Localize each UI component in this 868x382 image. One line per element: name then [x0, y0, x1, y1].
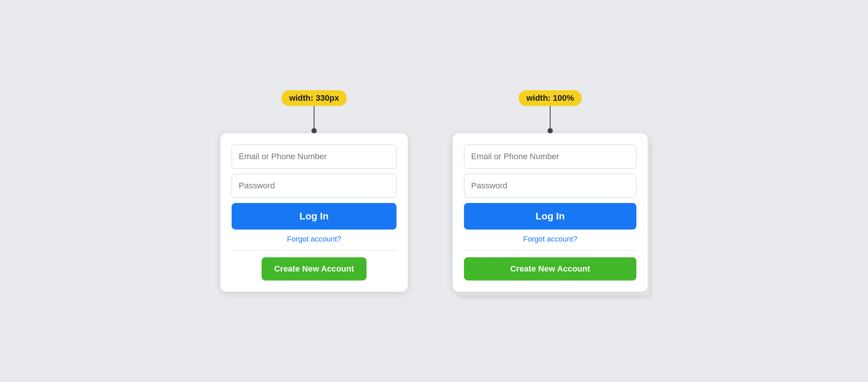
left-connector-dot [311, 128, 317, 133]
right-forgot-link[interactable]: Forgot account? [464, 235, 636, 243]
right-login-button[interactable]: Log In [464, 203, 636, 230]
right-demo: width: 100% Log In Forgot account? Creat… [453, 90, 648, 292]
left-demo: width: 330px Log In Forgot account? Crea… [220, 90, 408, 292]
left-divider [232, 250, 397, 251]
right-login-card: Log In Forgot account? Create New Accoun… [453, 133, 648, 292]
right-width-badge: width: 100% [519, 90, 581, 106]
left-width-badge: width: 330px [281, 90, 346, 106]
right-email-input[interactable] [464, 145, 636, 169]
right-connector-line [550, 106, 551, 128]
left-password-input[interactable] [232, 174, 397, 198]
left-login-button[interactable]: Log In [232, 203, 397, 230]
right-divider [464, 250, 636, 251]
left-create-button[interactable]: Create New Account [262, 257, 367, 281]
right-create-button[interactable]: Create New Account [464, 257, 636, 281]
left-forgot-link[interactable]: Forgot account? [232, 235, 397, 243]
right-card-stack: Log In Forgot account? Create New Accoun… [453, 133, 648, 292]
right-connector: width: 100% [519, 90, 581, 133]
right-password-input[interactable] [464, 174, 636, 198]
left-connector: width: 330px [281, 90, 346, 133]
left-email-input[interactable] [232, 145, 397, 169]
right-connector-dot [548, 128, 553, 133]
left-login-card: Log In Forgot account? Create New Accoun… [220, 133, 408, 292]
left-connector-line [314, 106, 314, 128]
